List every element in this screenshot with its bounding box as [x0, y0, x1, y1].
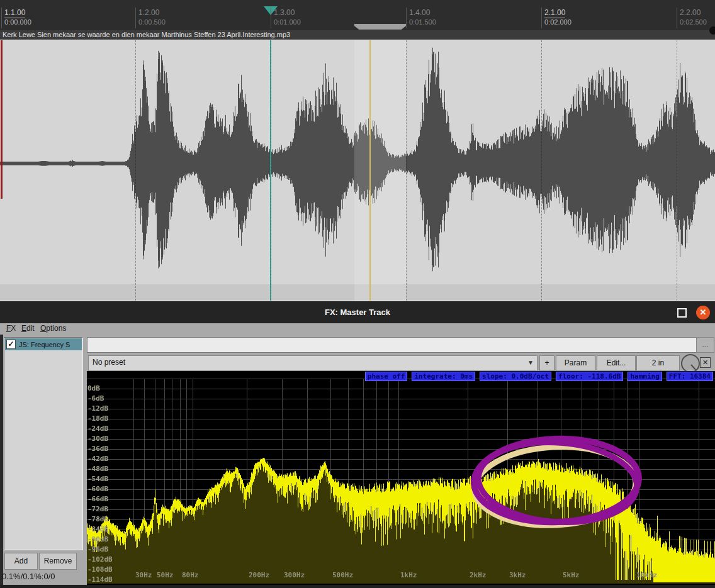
db-axis-label: -60dB	[87, 485, 108, 493]
menu-item-edit[interactable]: Edit	[21, 324, 35, 333]
spectrum-analyzer-panel[interactable]: phase offintegrate: 0msslope: 0.0dB/octf…	[87, 371, 715, 585]
chevron-down-icon: ▼	[527, 359, 534, 366]
fx-chain-item[interactable]: ✓ JS: Frequency S	[5, 338, 82, 350]
annotation-circle	[87, 371, 715, 585]
db-axis-label: -18dB	[87, 415, 108, 423]
grid-line	[135, 40, 136, 301]
ruler-time-label: 0:02.000	[544, 18, 571, 26]
db-axis-label: -66dB	[87, 496, 108, 503]
loop-selection-bracket[interactable]	[354, 24, 406, 30]
db-axis-label: 0dB	[87, 385, 100, 392]
freq-axis-label: 30Hz	[135, 571, 152, 579]
media-item-title-bar[interactable]: Kerk Lewe Sien mekaar se waarde en dien …	[0, 30, 715, 40]
remove-fx-button[interactable]: Remove	[39, 553, 77, 570]
freq-axis-label: 2kHz	[470, 571, 487, 579]
db-axis-label: -114dB	[87, 576, 113, 584]
db-axis-label: -12dB	[87, 405, 108, 413]
ruler-tick-line	[271, 8, 271, 28]
freq-axis-label: 80Hz	[182, 571, 199, 579]
arrange-waveform-area[interactable]	[0, 40, 715, 301]
cpu-status: 0.1%/0.1%:0/0	[2, 572, 55, 581]
analyzer-param-chip[interactable]: floor: -118.6dB	[556, 372, 623, 381]
ruler-tick-line	[135, 8, 136, 28]
preset-value: No preset	[93, 358, 125, 367]
fx-window-menubar: FXEditOptions	[0, 323, 715, 335]
wet-dry-knob-icon[interactable]	[681, 354, 700, 373]
window-frame-bottom	[0, 585, 715, 588]
ruler-time-label: 0:02.500	[680, 18, 707, 26]
time-selection-overlay[interactable]	[354, 40, 406, 301]
preset-plus-button[interactable]: +	[539, 355, 555, 371]
ruler-time-label: 0:00.000	[4, 18, 31, 26]
db-axis-label: -42dB	[87, 455, 108, 463]
freq-axis-label: 3kHz	[509, 571, 526, 579]
fx-window-client: ✓ JS: Frequency S Add Remove 0.1%/0.1%:0…	[0, 335, 715, 585]
bypass-checkbox[interactable]: ✕	[700, 357, 711, 368]
reaper-main-window: 1.1.000:00.0001.2.000:00.5001.3.000:01.0…	[0, 0, 715, 588]
menu-item-options[interactable]: Options	[40, 324, 66, 333]
db-axis-label: -24dB	[87, 425, 108, 433]
fx-chain-list[interactable]: ✓ JS: Frequency S	[4, 337, 83, 550]
ruler-beat-label: 1.3.00	[274, 8, 295, 17]
db-axis-label: -96dB	[87, 546, 108, 553]
grid-line	[406, 40, 407, 301]
db-axis-label: -54dB	[87, 475, 108, 483]
ruler-tick-line	[1, 8, 2, 28]
menu-item-fx[interactable]: FX	[6, 324, 16, 333]
item-corner-handle-icon[interactable]	[709, 26, 715, 35]
db-axis-label: -30dB	[87, 435, 108, 443]
io-routing-button[interactable]: 2 in	[636, 355, 680, 371]
fx-window-titlebar[interactable]: FX: Master Track ✕	[0, 301, 715, 323]
fx-chain-item-label: JS: Frequency S	[19, 341, 70, 348]
ruler-tick-line	[541, 8, 542, 28]
window-frame-left	[0, 335, 3, 588]
ruler-beat-label: 1.2.00	[138, 8, 159, 17]
ruler-beat-label: 1.4.00	[409, 8, 430, 17]
ruler-time-label: 0:01.500	[409, 18, 436, 26]
freq-axis-label: 50Hz	[157, 571, 174, 579]
freq-axis-label: 500Hz	[332, 571, 353, 579]
ruler-beat-label: 1.1.00	[4, 8, 25, 18]
analyzer-param-chip[interactable]: integrate: 0ms	[412, 372, 475, 381]
analyzer-param-chip[interactable]: FFT: 16384	[667, 372, 713, 381]
ruler-tick-line	[677, 8, 677, 28]
item-start-marker	[1, 40, 3, 199]
analyzer-param-chip[interactable]: phase off	[365, 372, 408, 381]
db-axis-label: -108dB	[87, 566, 113, 574]
db-axis-label: -90dB	[87, 536, 108, 543]
freq-axis-label: 10kHz	[636, 571, 657, 579]
analyzer-param-chip[interactable]: hamming	[628, 372, 662, 381]
grid-line	[541, 40, 542, 301]
db-axis-label: -84dB	[87, 526, 108, 533]
db-axis-label: -48dB	[87, 465, 108, 473]
ruler-time-label: 0:01.000	[274, 18, 301, 26]
freq-axis-label: 300Hz	[284, 571, 305, 579]
fx-chain-window: FX: Master Track ✕ FXEditOptions ✓ JS: F…	[0, 301, 715, 588]
analyzer-param-chips: phase offintegrate: 0msslope: 0.0dB/octf…	[365, 372, 713, 381]
freq-axis-label: 200Hz	[249, 571, 269, 579]
window-maximize-button[interactable]	[677, 308, 687, 318]
ruler-beat-label: 2.2.00	[680, 8, 701, 17]
db-axis-label: -72dB	[87, 506, 108, 513]
freq-axis-label: 5kHz	[563, 571, 580, 579]
ruler-time-label: 0:00.500	[138, 18, 166, 26]
fx-window-title: FX: Master Track	[0, 301, 715, 323]
window-close-button[interactable]: ✕	[696, 306, 710, 319]
fx-enabled-checkbox[interactable]: ✓	[6, 340, 16, 349]
db-axis-label: -36dB	[87, 445, 108, 453]
ruler-beat-label: 2.1.00	[544, 8, 565, 18]
media-item-label: Kerk Lewe Sien mekaar se waarde en dien …	[3, 31, 290, 38]
db-axis-label: -6dB	[87, 395, 104, 402]
analyzer-param-chip[interactable]: slope: 0.0dB/oct	[480, 372, 551, 381]
timeline-ruler[interactable]: 1.1.000:00.0001.2.000:00.5001.3.000:01.0…	[0, 0, 715, 30]
param-button[interactable]: Param	[556, 355, 595, 371]
preset-dropdown[interactable]: No preset ▼	[88, 355, 538, 371]
edit-cursor-line[interactable]	[369, 40, 371, 301]
db-axis-label: -78dB	[87, 516, 108, 523]
fx-comment-field[interactable]	[87, 337, 697, 353]
grid-line	[677, 40, 677, 301]
more-button[interactable]: ...	[696, 337, 714, 353]
grid-line	[271, 40, 271, 301]
add-fx-button[interactable]: Add	[4, 553, 38, 570]
edit-fx-button[interactable]: Edit...	[597, 355, 636, 371]
